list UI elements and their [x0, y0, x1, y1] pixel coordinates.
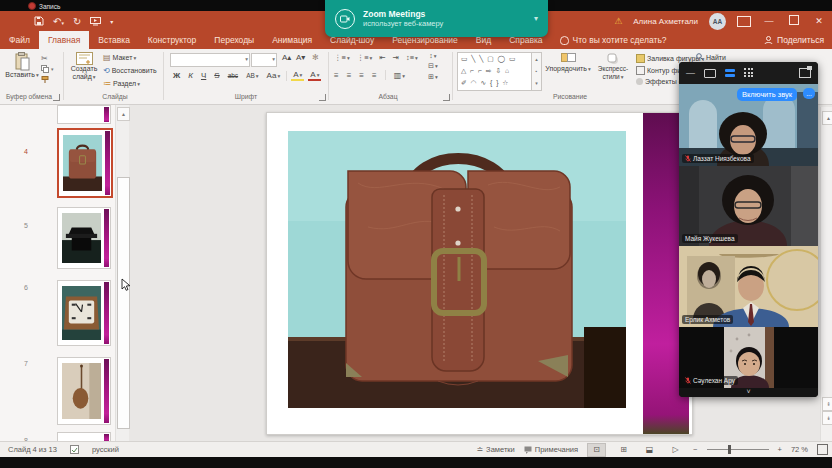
tab-design[interactable]: Конструктор [139, 31, 205, 49]
tell-me-box[interactable]: Что вы хотите сделать? [552, 31, 675, 49]
close-button[interactable]: ✕ [812, 16, 826, 26]
bullets-button[interactable]: ⋮≡ [334, 53, 350, 62]
columns-button[interactable]: ▥ [394, 71, 405, 80]
language-indicator[interactable]: русский [92, 445, 119, 454]
zoom-minimize-icon[interactable]: — [686, 68, 695, 78]
fit-to-window-button[interactable] [817, 444, 828, 455]
copy-button[interactable]: ▾ [41, 65, 54, 73]
video-tile-2[interactable]: Майя Жукешева [679, 166, 818, 246]
increase-indent-button[interactable]: ⇥ [393, 53, 399, 62]
user-name[interactable]: Алина Ахметғали [633, 17, 698, 26]
font-name-combo[interactable] [170, 53, 250, 67]
video-tile-3[interactable]: Ерлик Ахметов [679, 246, 818, 327]
thumbnail-panel-scrollbar[interactable]: ▲ [115, 104, 129, 441]
decrease-indent-button[interactable]: ⇤ [379, 53, 385, 62]
more-options-button[interactable]: ... [803, 88, 815, 99]
view-reading-button[interactable]: ⬓ [641, 444, 658, 456]
previous-slide-button[interactable]: ⇞ [822, 397, 832, 411]
zoom-slider[interactable] [707, 449, 769, 450]
view-slide-sorter-button[interactable]: ⊞ [615, 444, 632, 456]
tab-transitions[interactable]: Переходы [205, 31, 263, 49]
notes-button[interactable]: ≐Заметки [476, 445, 514, 454]
font-color-button[interactable]: А [308, 70, 321, 81]
arrange-button[interactable]: Упорядочить [546, 53, 590, 73]
align-center-button[interactable]: ≡ [347, 71, 352, 80]
cut-button[interactable]: ✂ [41, 54, 48, 63]
slide-canvas[interactable] [266, 112, 693, 435]
speaker-view-icon[interactable] [704, 69, 716, 78]
scrollbar-thumb[interactable] [117, 177, 130, 429]
text-shadow-button[interactable]: abc [226, 72, 240, 79]
comments-button[interactable]: Примечания [524, 445, 578, 454]
text-direction-button[interactable]: ↕ [429, 52, 436, 59]
gallery-view-icon[interactable] [744, 68, 754, 78]
spellcheck-icon[interactable] [70, 445, 79, 454]
share-button[interactable]: Поделиться [764, 31, 824, 49]
zoom-out-button[interactable]: − [693, 445, 697, 454]
shapes-row[interactable]: ✐ ◠ ∿ { } ☆ [461, 77, 535, 89]
increase-font-button[interactable]: А▴ [280, 53, 293, 62]
video-tile-4[interactable]: Сәулехан Ару [679, 327, 818, 388]
layout-button[interactable]: ▤Макет [103, 53, 136, 62]
new-slide-button[interactable]: Создатьслайд [67, 52, 101, 81]
popout-icon[interactable] [799, 68, 811, 78]
scroll-up-button[interactable]: ▲ [117, 107, 130, 121]
character-spacing-button[interactable]: АВ [244, 72, 260, 79]
collapse-videos-chevron[interactable]: ˅ [679, 388, 818, 397]
editor-scroll-up-button[interactable]: ▲ [822, 111, 832, 125]
thumbnail-slide-7[interactable] [57, 357, 111, 425]
next-slide-button[interactable]: ⇟ [822, 411, 832, 425]
undo-icon[interactable]: ↶▾ [53, 16, 64, 27]
font-dialog-launcher[interactable] [319, 94, 326, 101]
paragraph-dialog-launcher[interactable] [443, 94, 450, 101]
find-button[interactable]: Найти [696, 53, 726, 61]
chevron-down-icon[interactable]: ▾ [534, 14, 538, 23]
font-size-combo[interactable] [251, 53, 277, 67]
strikethrough-button[interactable]: S [212, 71, 221, 80]
section-button[interactable]: ≔Раздел [103, 79, 140, 88]
line-spacing-button[interactable]: ↕≡ [406, 53, 418, 62]
tab-animations[interactable]: Анимация [263, 31, 321, 49]
thumbnail-slide-6[interactable] [57, 280, 111, 346]
paste-button[interactable]: Вставить [6, 52, 38, 79]
unmute-button[interactable]: Включить звук [737, 88, 797, 101]
smartart-button[interactable]: ⊞ [428, 73, 438, 81]
save-icon[interactable] [34, 16, 44, 26]
quick-styles-button[interactable]: Экспресс-стили [592, 53, 634, 81]
decrease-font-button[interactable]: А▾ [294, 53, 307, 62]
restore-button[interactable] [787, 15, 801, 27]
numbering-button[interactable]: ⋮≡ [357, 53, 373, 62]
redo-icon[interactable]: ↻ [73, 16, 81, 27]
shapes-row[interactable]: ▭ ╲ ╲ ▢ ◯ ▭ [461, 53, 535, 65]
zoom-meeting-window[interactable]: — Включить звук ... Лаззат Ниязбекова [679, 62, 818, 397]
bold-button[interactable]: Ж [171, 71, 182, 80]
tab-home[interactable]: Главная [39, 31, 89, 49]
tab-insert[interactable]: Вставка [89, 31, 139, 49]
camera-notification[interactable]: Zoom Meetings использует веб-камеру ▾ [325, 0, 548, 37]
slide-photo-briefcase[interactable] [288, 131, 626, 408]
avatar[interactable]: АА [709, 13, 726, 30]
warning-icon[interactable]: ⚠ [614, 16, 622, 26]
shape-outline-button[interactable]: Контур фи [636, 66, 685, 75]
zoom-in-button[interactable]: + [778, 445, 782, 454]
highlight-color-button[interactable]: А [291, 70, 304, 81]
ribbon-display-options-icon[interactable] [737, 16, 751, 27]
align-left-button[interactable]: ≡ [334, 71, 339, 80]
start-slideshow-icon[interactable] [90, 17, 101, 26]
align-right-button[interactable]: ≡ [359, 71, 364, 80]
customize-qat-icon[interactable]: ▾ [110, 18, 113, 25]
zoom-level[interactable]: 72 % [791, 445, 808, 454]
italic-button[interactable]: К [186, 71, 195, 80]
tab-file[interactable]: Файл [0, 31, 39, 49]
shapes-row[interactable]: △ ⌐ ⌐ ⇨ ⇩ ⌂ [461, 65, 535, 77]
view-slideshow-button[interactable]: ▷ [667, 444, 684, 456]
justify-button[interactable]: ≡ [372, 71, 377, 80]
shapes-gallery[interactable]: ▭ ╲ ╲ ▢ ◯ ▭ △ ⌐ ⌐ ⇨ ⇩ ⌂ ✐ ◠ ∿ { } ☆ [457, 52, 536, 91]
clipboard-dialog-launcher[interactable] [53, 94, 60, 101]
strip-view-icon[interactable] [725, 69, 735, 77]
thumbnail-slide-5[interactable] [57, 207, 111, 269]
minimize-button[interactable]: — [762, 16, 776, 26]
align-text-button[interactable]: ⊟ [428, 62, 438, 70]
zoom-slider-thumb[interactable] [728, 445, 731, 454]
underline-button[interactable]: Ч [199, 71, 208, 80]
